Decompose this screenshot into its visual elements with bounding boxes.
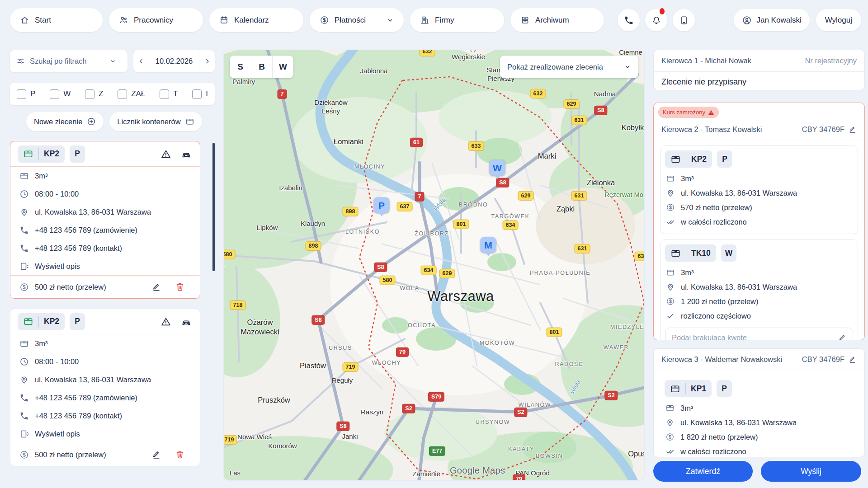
map-label: Warszawa [427,288,494,305]
driver-card: Kierowca 3 - Waldemar NowakowskiCBY 3476… [653,348,865,457]
status-filter-t[interactable]: T [160,89,178,99]
order-price-row: 1 200 zł netto (przelew) [665,294,853,309]
completed-orders-dropdown[interactable]: Pokaż zrealizowane zlecenia [500,56,638,78]
map-label: Izabelin [279,184,302,192]
map-label: Reguły [332,376,353,385]
checkbox[interactable] [85,89,94,99]
pin-icon [19,207,29,217]
driver-card-header: Kierowca 2 - Tomasz KowalskiCBY 34769F [654,119,864,140]
pin-icon [666,282,675,291]
logout-button[interactable]: Wyloguj [816,9,861,31]
show-description-row[interactable]: Wyświetl opis [10,257,200,275]
order-price: 500 zł netto (przelew) [35,283,151,291]
checkbox[interactable] [118,89,127,99]
nav-item-start[interactable]: Start [10,8,103,32]
map-label: Rezerwat Mo [604,191,643,199]
show-description-row-text: Wyświetl opis [35,262,80,271]
status-filter-w[interactable]: W [50,89,71,99]
road-badge: 898 [343,207,359,216]
left-panel-scrollbar[interactable] [212,143,215,271]
driver-order: KP2P3m³ul. Kowalska 13, 86-031 Warszawa5… [660,145,858,234]
status-filter-zał[interactable]: ZAŁ [118,89,145,99]
map-layer-button-s[interactable]: S [230,56,251,78]
nav-item-patnoci[interactable]: Płatności [310,8,404,32]
chevron-down-icon [109,58,116,65]
settlement-status-row-text: rozliczono częściowo [681,312,751,320]
archive-icon [520,15,530,25]
checkbox[interactable] [192,89,202,99]
frozen-course-badge: Kurs zamrożony [658,107,719,118]
checkbox[interactable] [17,89,26,99]
checkbox[interactable] [50,89,59,99]
send-button[interactable]: Wyślij [761,461,861,482]
approve-button[interactable]: Zatwierdź [653,461,753,482]
current-date[interactable]: 10.02.2026 [149,57,199,66]
map[interactable]: KątyWęgierskieCiemnePalmiryJabłonnaStani… [224,50,644,480]
order-address-row: ul. Kowalska 13, 86-031 Warszawa [10,371,200,389]
driver-title: Kierowca 3 - Waldemar Nowakowski [661,355,802,364]
order-volume-row: 3m³ [10,167,200,185]
show-description-row[interactable]: Wyświetl opis [10,425,200,443]
road-badge: S2 [604,391,618,400]
order-card-header: KP2P [10,141,200,166]
edit-price-icon[interactable] [151,282,161,292]
phone-icon [19,411,29,421]
assign-vehicle-icon[interactable] [181,149,192,160]
checkbox[interactable] [160,89,169,99]
edit-registration-icon[interactable] [848,125,857,134]
missing-amount-input[interactable] [671,333,838,341]
order-code: KP2 [691,155,707,164]
map-label: MOKOTÓW [480,340,515,347]
map-layer-button-w[interactable]: W [272,56,293,78]
tablet-button[interactable] [673,9,695,31]
order-volume-row-text: 3m³ [681,268,693,277]
calendar-icon [219,15,229,25]
status-filter-p[interactable]: P [17,89,35,99]
driver-order-pills: KP1P [665,380,854,397]
filter-search-select[interactable]: Szukaj po filtrach [10,50,127,72]
new-order-button[interactable]: Nowe zlecenie [26,112,104,131]
phone-button[interactable] [618,9,640,31]
map-marker-m[interactable]: M [481,237,496,253]
assign-vehicle-icon[interactable] [181,316,192,327]
edit-price-icon[interactable] [151,450,161,460]
edit-amount-icon[interactable] [838,333,847,341]
driver-card-header: Kierowca 3 - Waldemar NowakowskiCBY 3476… [654,349,864,370]
order-code-pill: KP1 [665,380,712,397]
nav-item-pracownicy[interactable]: Pracownicy [109,8,203,32]
map-label: Nadma [594,90,616,99]
container-icon [670,384,680,394]
nav-item-kalendarz[interactable]: Kalendarz [209,8,303,32]
order-address-row: ul. Kowalska 13, 86-031 Warszawa [665,186,853,200]
edit-registration-icon[interactable] [848,355,857,364]
map-label: KABATY [508,446,534,453]
order-volume-row-text: 3m³ [35,172,47,180]
delete-order-icon[interactable] [175,450,185,460]
nav-item-firmy[interactable]: Firmy [410,8,504,32]
map-marker-w[interactable]: W [490,160,505,176]
map-label: OCHOTA [408,322,436,329]
road-badge: 637 [397,202,413,211]
road-badge: 634 [503,221,519,230]
next-day-button[interactable] [199,50,215,72]
missing-amount-field [665,328,853,340]
notifications-button[interactable] [645,9,667,31]
map-label: Las [230,469,241,478]
driver-order: TK10W3m³ul. Kowalska 13, 86-031 Warszawa… [660,239,858,340]
status-filter-z[interactable]: Z [85,89,103,99]
prev-day-button[interactable] [133,50,149,72]
nav-item-archiwum[interactable]: Archiwum [510,8,604,32]
map-marker-p[interactable]: P [374,197,390,213]
road-badge: 631 [571,116,587,125]
road-badge: 631 [575,244,590,253]
order-price-row-text: 1 200 zł netto (przelew) [681,297,759,306]
delete-order-icon[interactable] [175,282,185,292]
map-label: Kobyłka [622,123,644,132]
status-filter-i[interactable]: I [192,89,208,99]
map-layer-button-b[interactable]: B [251,56,272,78]
container-counter-button[interactable]: Licznik kontenerów [109,112,202,131]
map-label: Kąty [463,50,477,52]
user-menu-button[interactable]: Jan Kowalski [734,9,809,31]
order-address-row: ul. Kowalska 13, 86-031 Warszawa [665,415,854,430]
settlement-status-row: w całości rozliczono [665,444,854,457]
